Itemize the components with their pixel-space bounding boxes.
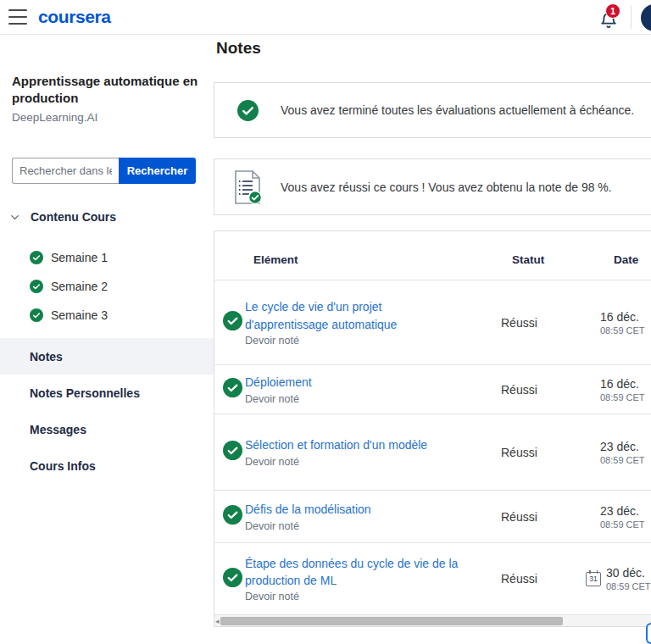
due-time: 08:59 CET — [600, 519, 645, 530]
check-circle-icon — [223, 568, 242, 587]
table-row: Sélection et formation d'un modèle Devoi… — [214, 414, 651, 490]
search-button[interactable]: Rechercher — [119, 158, 196, 184]
sidebar-item-week1[interactable]: Semaine 1 — [30, 243, 108, 272]
course-search: Rechercher — [12, 158, 196, 184]
course-provider: DeepLearning.AI — [12, 111, 200, 124]
due-date: 30 déc. — [606, 566, 651, 580]
date-cell: 23 déc. 08:59 CET — [586, 504, 645, 530]
sidebar-item-cours-infos[interactable]: Cours Infos — [0, 447, 214, 484]
sidebar-item-week3[interactable]: Semaine 3 — [30, 301, 108, 330]
sidebar-item-notes[interactable]: Notes — [0, 338, 214, 375]
assignment-link[interactable]: Étape des données du cycle de vie de la … — [245, 555, 459, 590]
notifications-button[interactable]: 1 — [597, 7, 622, 31]
date-cell: 16 déc. 08:59 CET — [586, 377, 645, 402]
user-avatar[interactable] — [641, 4, 651, 31]
week-label: Semaine 2 — [51, 280, 108, 293]
check-circle-icon — [223, 505, 242, 525]
weeks-list: Semaine 1 Semaine 2 Semaine 3 — [30, 243, 108, 330]
table-row: Le cycle de vie d'un projet d'apprentiss… — [214, 280, 651, 364]
scroll-left-arrow[interactable]: ◂ — [215, 616, 220, 626]
table-header: Elément Statut Date — [214, 231, 651, 280]
page-title: Notes — [216, 39, 261, 58]
week-label: Semaine 3 — [51, 308, 108, 322]
due-date: 16 déc. — [600, 377, 645, 391]
status-value: Réussi — [501, 510, 560, 524]
table-row: Défis de la modélisation Devoir noté Réu… — [214, 490, 651, 542]
menu-icon[interactable] — [8, 9, 27, 25]
assignment-link[interactable]: Le cycle de vie d'un projet d'apprentiss… — [245, 298, 459, 333]
status-value: Réussi — [501, 446, 560, 459]
due-date: 23 déc. — [600, 440, 645, 453]
top-header: coursera 1 — [0, 0, 651, 35]
column-header-date: Date — [614, 253, 638, 266]
course-sidebar: Apprentissage automatique en production … — [0, 35, 214, 644]
table-row: Déploiement Devoir noté Réussi 16 déc. 0… — [214, 364, 651, 414]
chat-widget-button[interactable] — [646, 623, 651, 644]
week-label: Semaine 1 — [51, 251, 108, 264]
date-cell: 23 déc. 08:59 CET — [586, 440, 645, 465]
date-cell: 16 déc. 08:59 CET — [586, 310, 645, 336]
assignment-link[interactable]: Défis de la modélisation — [245, 501, 459, 518]
check-circle-icon — [30, 280, 43, 293]
column-header-status: Statut — [512, 253, 544, 266]
check-circle-icon — [223, 378, 242, 397]
notification-badge: 1 — [605, 3, 620, 19]
calendar-icon: 31 — [586, 572, 601, 586]
table-row: Étape des données du cycle de vie de la … — [214, 542, 651, 614]
coursera-logo[interactable]: coursera — [38, 7, 111, 27]
horizontal-scrollbar[interactable]: ◂ — [214, 614, 651, 626]
banner-text: Vous avez terminé toutes les évaluations… — [281, 103, 644, 117]
sidebar-item-week2[interactable]: Semaine 2 — [30, 272, 108, 301]
course-passed-banner: Vous avez réussi ce cours ! Vous avez ob… — [214, 158, 651, 215]
due-date: 16 déc. — [600, 310, 645, 324]
assignment-link[interactable]: Sélection et formation d'un modèle — [245, 436, 459, 453]
sidebar-item-messages[interactable]: Messages — [0, 411, 214, 447]
date-cell: 31 30 déc. 08:59 CET — [586, 566, 651, 591]
assessments-complete-banner: Vous avez terminé toutes les évaluations… — [214, 82, 651, 138]
assignment-type: Devoir noté — [245, 335, 459, 347]
grades-table: Elément Statut Date Le cycle de vie d'un… — [214, 230, 651, 627]
course-info: Apprentissage automatique en production … — [12, 73, 200, 124]
graded-document-icon — [232, 169, 263, 205]
due-time: 08:59 CET — [606, 581, 651, 591]
scrollbar-thumb[interactable] — [220, 617, 563, 625]
search-input[interactable] — [12, 158, 119, 184]
course-title: Apprentissage automatique en production — [12, 73, 200, 108]
due-time: 08:59 CET — [600, 392, 645, 402]
check-circle-icon — [237, 100, 259, 121]
banner-text: Vous avez réussi ce cours ! Vous avez ob… — [281, 180, 622, 194]
sidebar-item-notes-personnelles[interactable]: Notes Personnelles — [0, 375, 214, 411]
course-content-toggle[interactable]: Contenu Cours — [8, 210, 116, 224]
due-date: 23 déc. — [600, 504, 645, 518]
check-circle-icon — [223, 311, 242, 330]
status-value: Réussi — [501, 572, 560, 586]
check-circle-icon — [223, 441, 242, 460]
header-divider — [631, 6, 632, 29]
assignment-type: Devoir noté — [245, 393, 459, 405]
assignment-link[interactable]: Déploiement — [245, 374, 459, 391]
assignment-type: Devoir noté — [245, 591, 459, 602]
assignment-type: Devoir noté — [245, 456, 459, 468]
status-value: Réussi — [501, 383, 560, 397]
course-content-label: Contenu Cours — [31, 210, 116, 224]
sidebar-nav: Notes Notes Personnelles Messages Cours … — [0, 338, 214, 484]
due-time: 08:59 CET — [600, 325, 645, 336]
column-header-item: Elément — [253, 253, 298, 266]
check-circle-icon — [30, 308, 43, 322]
assignment-type: Devoir noté — [245, 520, 459, 532]
due-time: 08:59 CET — [600, 455, 645, 465]
chevron-down-icon — [8, 211, 21, 224]
status-value: Réussi — [501, 316, 560, 330]
main-content: Notes Vous avez terminé toutes les évalu… — [214, 35, 651, 644]
check-circle-icon — [30, 251, 43, 264]
